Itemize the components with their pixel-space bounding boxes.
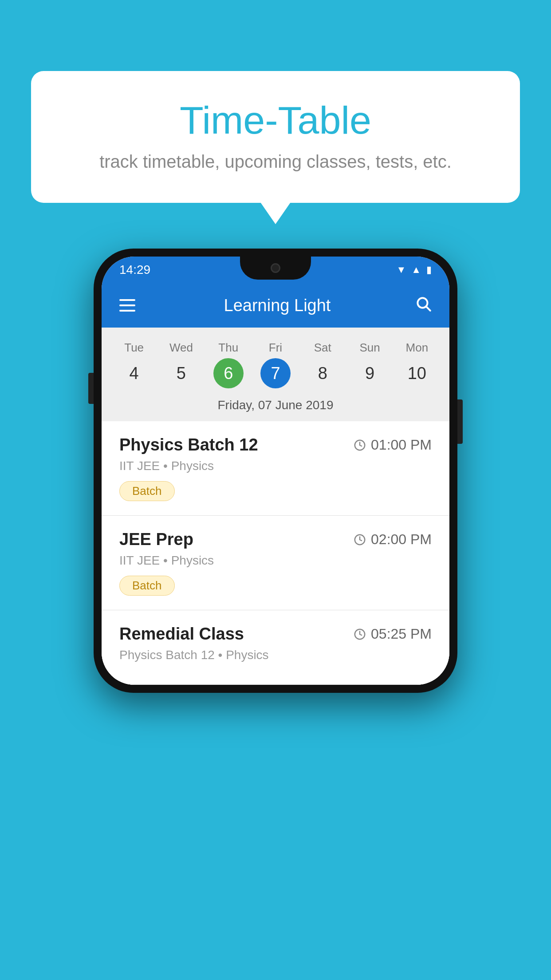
speech-bubble: Time-Table track timetable, upcoming cla…	[31, 71, 520, 203]
bubble-title: Time-Table	[67, 98, 484, 143]
class-item[interactable]: Remedial Class05:25 PMPhysics Batch 12 •…	[102, 610, 449, 685]
day-name-label: Sun	[359, 341, 380, 355]
calendar-strip: Tue4Wed5Thu6Fri7Sat8Sun9Mon10 Friday, 07…	[102, 328, 449, 421]
phone-inner: 14:29 ▼ ▲ ▮ Learning Light	[102, 257, 449, 685]
clock-icon	[353, 439, 366, 452]
class-item[interactable]: JEE Prep02:00 PMIIT JEE • PhysicsBatch	[102, 516, 449, 610]
class-meta: IIT JEE • Physics	[119, 553, 432, 568]
day-number: 5	[166, 358, 196, 388]
svg-line-1	[426, 307, 430, 311]
class-time-text: 02:00 PM	[371, 531, 432, 548]
class-name: JEE Prep	[119, 530, 193, 549]
phone-mockup: 14:29 ▼ ▲ ▮ Learning Light	[94, 249, 457, 693]
day-number: 8	[307, 358, 338, 388]
class-item-header: Physics Batch 1201:00 PM	[119, 435, 432, 454]
day-number: 4	[119, 358, 149, 388]
wifi-icon: ▼	[396, 264, 406, 276]
battery-icon: ▮	[426, 264, 432, 276]
clock-icon	[353, 533, 366, 546]
days-row: Tue4Wed5Thu6Fri7Sat8Sun9Mon10	[102, 336, 449, 393]
class-time-text: 01:00 PM	[371, 437, 432, 453]
calendar-day-4[interactable]: Tue4	[114, 336, 154, 393]
app-bar: Learning Light	[102, 283, 449, 328]
class-time: 02:00 PM	[353, 531, 432, 548]
calendar-day-9[interactable]: Sun9	[350, 336, 390, 393]
status-icons: ▼ ▲ ▮	[396, 264, 432, 276]
day-name-label: Thu	[218, 341, 238, 355]
day-name-label: Sat	[314, 341, 331, 355]
day-name-label: Wed	[169, 341, 193, 355]
batch-badge: Batch	[119, 576, 175, 596]
day-number: 9	[355, 358, 385, 388]
selected-date-label: Friday, 07 June 2019	[102, 393, 449, 421]
batch-badge: Batch	[119, 481, 175, 501]
clock-icon	[353, 628, 366, 641]
notch-camera	[271, 263, 280, 273]
class-meta: Physics Batch 12 • Physics	[119, 648, 432, 662]
hamburger-menu-icon[interactable]	[119, 299, 135, 312]
class-time: 05:25 PM	[353, 626, 432, 642]
class-meta: IIT JEE • Physics	[119, 459, 432, 473]
day-number: 7	[260, 358, 291, 388]
day-name-label: Fri	[269, 341, 282, 355]
class-item[interactable]: Physics Batch 1201:00 PMIIT JEE • Physic…	[102, 421, 449, 516]
class-time: 01:00 PM	[353, 437, 432, 453]
day-number: 6	[213, 358, 244, 388]
app-bar-title: Learning Light	[153, 296, 401, 315]
signal-icon: ▲	[411, 264, 421, 276]
class-name: Physics Batch 12	[119, 435, 258, 454]
phone-outer: 14:29 ▼ ▲ ▮ Learning Light	[94, 249, 457, 693]
calendar-day-5[interactable]: Wed5	[161, 336, 201, 393]
day-name-label: Tue	[124, 341, 144, 355]
status-time: 14:29	[119, 263, 150, 277]
search-button[interactable]	[415, 295, 432, 316]
bubble-subtitle: track timetable, upcoming classes, tests…	[67, 152, 484, 172]
class-item-header: Remedial Class05:25 PM	[119, 624, 432, 644]
class-time-text: 05:25 PM	[371, 626, 432, 642]
phone-notch	[240, 257, 311, 280]
class-item-header: JEE Prep02:00 PM	[119, 530, 432, 549]
calendar-day-7[interactable]: Fri7	[256, 336, 295, 393]
class-list: Physics Batch 1201:00 PMIIT JEE • Physic…	[102, 421, 449, 685]
calendar-day-10[interactable]: Mon10	[397, 336, 437, 393]
calendar-day-6[interactable]: Thu6	[209, 336, 248, 393]
calendar-day-8[interactable]: Sat8	[303, 336, 342, 393]
day-name-label: Mon	[406, 341, 429, 355]
day-number: 10	[402, 358, 432, 388]
speech-bubble-container: Time-Table track timetable, upcoming cla…	[31, 71, 520, 203]
class-name: Remedial Class	[119, 624, 244, 644]
